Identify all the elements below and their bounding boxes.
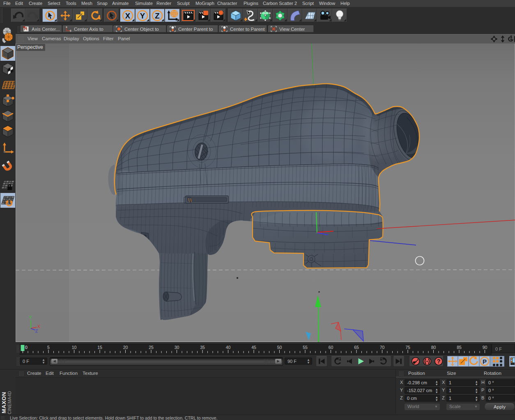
svg-text:?: ? (437, 358, 441, 365)
svg-text:15: 15 (97, 345, 102, 350)
svg-text:60: 60 (329, 345, 333, 350)
svg-text:85: 85 (457, 345, 462, 350)
svg-text:45: 45 (251, 345, 256, 350)
svg-text:40: 40 (226, 345, 231, 350)
svg-text:X: X (125, 11, 130, 20)
svg-text:50: 50 (277, 345, 282, 350)
svg-text:Z: Z (35, 329, 38, 333)
svg-text:35: 35 (200, 345, 205, 350)
svg-text:P: P (483, 358, 487, 365)
svg-text:30: 30 (175, 345, 179, 350)
svg-text:0: 0 (25, 345, 28, 350)
svg-text:80: 80 (431, 345, 436, 350)
svg-text:90: 90 (483, 345, 487, 350)
svg-text:Y: Y (140, 11, 145, 20)
svg-text:10: 10 (72, 345, 77, 350)
svg-text:CINEMA4D: CINEMA4D (7, 391, 12, 414)
svg-text:20: 20 (123, 345, 128, 350)
svg-text:Y: Y (29, 315, 32, 320)
svg-text:70: 70 (380, 345, 385, 350)
svg-text:5: 5 (47, 345, 50, 350)
svg-text:65: 65 (354, 345, 359, 350)
svg-text:75: 75 (405, 345, 410, 350)
svg-text:X: X (37, 324, 40, 329)
svg-text:MAXON: MAXON (1, 392, 7, 413)
svg-text:Z: Z (155, 11, 159, 20)
svg-text:25: 25 (149, 345, 154, 350)
svg-text:55: 55 (303, 345, 308, 350)
